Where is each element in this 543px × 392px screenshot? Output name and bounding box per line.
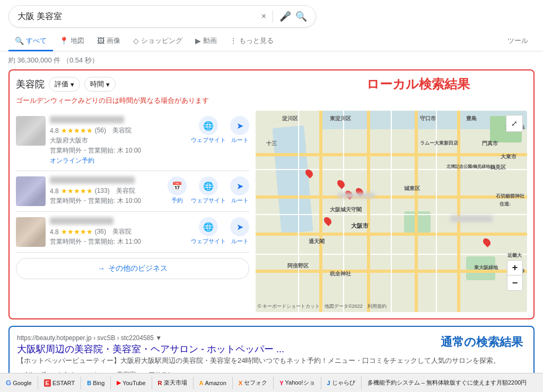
local-content: 4.8 ★★★★★ (56) 美容院 大阪府大阪市 営業時間外・営業開始: 木 … xyxy=(16,111,527,312)
website-button[interactable]: 🌐 ウェブサイト xyxy=(191,116,226,144)
taskbar-amazon[interactable]: A Amazon xyxy=(196,378,230,388)
more-businesses-label: その他のビジネス xyxy=(108,264,168,273)
taskbar-bing[interactable]: B Bing xyxy=(83,378,108,388)
taskbar-rakuten[interactable]: R 楽天市場 xyxy=(154,377,191,389)
tab-tools[interactable]: ツール xyxy=(501,32,535,51)
route-button[interactable]: ➤ ルート xyxy=(230,116,249,144)
filter-time-button[interactable]: 時間 ▾ xyxy=(84,77,116,92)
tab-map[interactable]: 📍 地図 xyxy=(53,32,91,51)
map-zoom-out-button[interactable]: − xyxy=(507,275,522,290)
route-icon: ➤ xyxy=(230,176,249,195)
shopping-icon: ◇ xyxy=(133,37,139,45)
taskbar-separator xyxy=(273,377,274,389)
map-area-label: 十三 xyxy=(266,140,277,147)
taskbar-sefoku[interactable]: X セフォク xyxy=(235,377,271,389)
map-panel[interactable]: 淀川区 東淀川区 守口市 豊島 深北緑地 門真市 大東市 鶴見区 十三 城東区 … xyxy=(256,111,527,312)
map-city-label: 大阪市 xyxy=(351,222,369,230)
more-businesses-button[interactable]: → その他のビジネス xyxy=(16,258,249,279)
listing-info: 4.8 ★★★★★ (133) 美容院 営業時間外・営業開始: 木 10:00 xyxy=(50,176,163,206)
taskbar-estart[interactable]: E ESTART xyxy=(40,377,79,389)
map-area-label: 鶴見区 xyxy=(490,164,506,171)
taskbar-youtube[interactable]: ▶ YouTube xyxy=(113,377,149,388)
bing-icon: B xyxy=(87,380,91,386)
map-area-label: 通天閣 xyxy=(309,238,325,245)
search-box: × 🎤 🔍 xyxy=(8,5,316,28)
map-area-label: ラムー大東新田店 xyxy=(420,140,458,147)
taskbar-separator xyxy=(321,377,321,389)
map-zoom-in-button[interactable]: + xyxy=(507,261,522,275)
stars-icon: ★★★★★ xyxy=(61,187,93,195)
tab-image-label: 画像 xyxy=(107,36,120,46)
stars-icon: ★★★★★ xyxy=(61,127,93,135)
map-area-label: 門真市 xyxy=(482,140,498,147)
map-area-label: 大阪城天守閣 xyxy=(330,206,362,213)
stars-icon: ★★★★★ xyxy=(61,228,93,236)
route-button[interactable]: ➤ ルート xyxy=(230,176,249,204)
map-icon: 📍 xyxy=(59,37,68,45)
taskbar-separator xyxy=(232,377,233,389)
taskbar-jalabi[interactable]: J じゃらび xyxy=(323,377,359,389)
map-area-label: 阿倍野区 xyxy=(287,262,309,270)
map-business-label xyxy=(450,216,493,222)
result-title-link[interactable]: 大阪駅周辺の美容院・美容室・ヘアサロン - ホットペッパー ... xyxy=(17,344,284,354)
map-area-label: 杭全神社 xyxy=(330,270,351,278)
tab-map-label: 地図 xyxy=(71,36,84,46)
jalabi-icon: J xyxy=(327,380,330,386)
local-results-box: ローカル検索結果 美容院 評価 ▾ 時間 ▾ ゴールデンウィークみどりの日は時間… xyxy=(8,69,535,319)
normal-results-label: 通常の検索結果 xyxy=(441,334,523,350)
tab-image[interactable]: 🖼 画像 xyxy=(91,32,127,51)
listing-location: 大阪府大阪市 xyxy=(50,136,187,145)
taskbar-yahoo[interactable]: Y Yahoo!ショ xyxy=(276,377,318,389)
taskbar-separator xyxy=(152,377,152,389)
listing-name[interactable] xyxy=(50,116,187,125)
list-item: 4.8 ★★★★★ (56) 美容院 大阪府大阪市 営業時間外・営業開始: 木 … xyxy=(16,111,249,171)
listing-online-booking[interactable]: オンライン予約 xyxy=(50,156,187,165)
filter-rating-button[interactable]: 評価 ▾ xyxy=(49,77,80,92)
listing-name[interactable] xyxy=(50,217,187,226)
tab-shopping[interactable]: ◇ ショッピング xyxy=(127,32,189,51)
listing-thumbnail xyxy=(16,116,46,146)
tab-more-label: もっと見る xyxy=(239,36,274,46)
map-area-label: 東淀川区 xyxy=(330,115,351,122)
map-copyright: © キーボードショートカット 地図データ©2022 利用規約 xyxy=(258,303,387,310)
amazon-icon: A xyxy=(199,380,204,386)
clear-button[interactable]: × xyxy=(261,12,266,21)
listing-actions: 🌐 ウェブサイト ➤ ルート xyxy=(191,116,249,144)
website-icon: 🌐 xyxy=(199,217,218,236)
listing-info: 4.8 ★★★★★ (36) 美容院 営業時間外・営業開始: 木 11:00 xyxy=(50,217,187,246)
more-icon: ⋮ xyxy=(230,37,237,45)
route-icon: ➤ xyxy=(230,217,249,236)
listing-name[interactable] xyxy=(50,176,163,185)
booking-button[interactable]: 📅 予約 xyxy=(168,176,187,204)
map-expand-button[interactable]: ⤢ xyxy=(506,115,523,132)
tab-video-label: 動画 xyxy=(203,36,217,46)
google-logo: G xyxy=(6,379,11,387)
taskbar-separator xyxy=(110,377,111,389)
mic-icon[interactable]: 🎤 xyxy=(279,11,291,22)
taskbar-google[interactable]: G Google xyxy=(2,377,36,389)
tab-all[interactable]: 🔍 すべて xyxy=(8,32,53,51)
nav-tabs: 🔍 すべて 📍 地図 🖼 画像 ◇ ショッピング ▶ 動画 ⋮ もっと見る ツー… xyxy=(0,28,543,51)
website-button[interactable]: 🌐 ウェブサイト xyxy=(191,176,226,204)
tab-more[interactable]: ⋮ もっと見る xyxy=(223,32,280,51)
search-input[interactable] xyxy=(17,12,257,21)
search-button[interactable]: 🔍 xyxy=(295,11,307,22)
listing-hours: 営業時間外・営業開始: 木 11:00 xyxy=(50,237,187,246)
map-area-label: 北博記念公園/鶴見緑地 xyxy=(446,164,490,170)
tab-video[interactable]: ▶ 動画 xyxy=(189,32,223,51)
route-button[interactable]: ➤ ルート xyxy=(230,217,249,245)
listing-actions: 📅 予約 🌐 ウェブサイト ➤ ルート xyxy=(168,176,249,204)
listings-panel: 4.8 ★★★★★ (56) 美容院 大阪府大阪市 営業時間外・営業開始: 木 … xyxy=(16,111,249,312)
search-bar-area: × 🎤 🔍 xyxy=(0,0,543,28)
calendar-icon: 📅 xyxy=(168,176,187,195)
website-button[interactable]: 🌐 ウェブサイト xyxy=(191,217,226,245)
tab-tools-label: ツール xyxy=(507,36,528,46)
taskbar: G Google E ESTART B Bing ▶ YouTube R 楽天市… xyxy=(0,373,543,392)
youtube-icon: ▶ xyxy=(117,379,121,386)
taskbar-ad[interactable]: 多機能予約システム – 無料体験版すぐに使えます月額2200円 xyxy=(364,377,531,389)
map-image: 淀川区 東淀川区 守口市 豊島 深北緑地 門真市 大東市 鶴見区 十三 城東区 … xyxy=(256,111,527,312)
listing-rating: 4.8 ★★★★★ (56) 美容院 xyxy=(50,126,187,135)
map-area-label: 近畿大 xyxy=(507,252,522,259)
map-area-label: 淀川区 xyxy=(282,115,298,122)
sefoku-icon: X xyxy=(239,380,242,386)
